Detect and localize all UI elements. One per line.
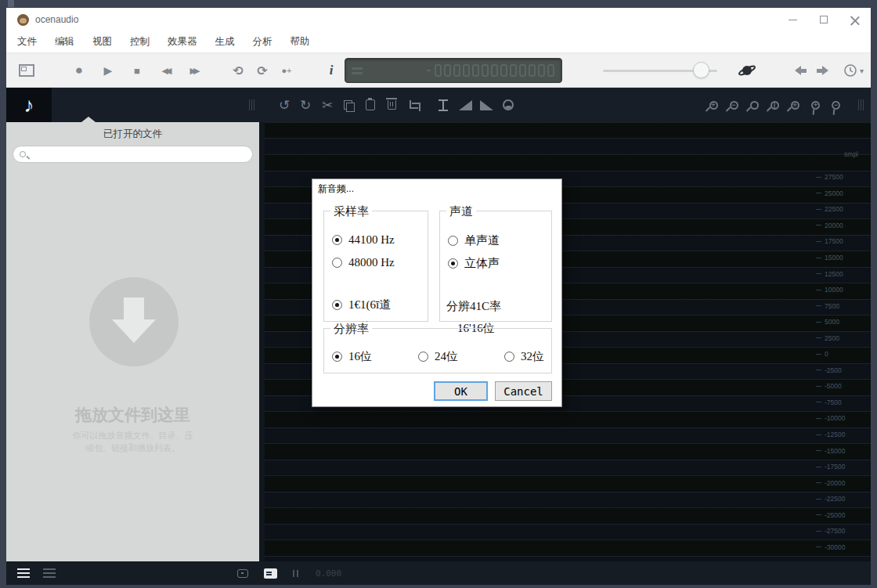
navigate-back-button[interactable] [789, 53, 811, 88]
search-input[interactable] [26, 146, 252, 162]
channel-option[interactable]: 立体声 [448, 256, 500, 271]
vertical-zoom-in-icon: + [809, 99, 821, 110]
toolbar-drag-handle-right[interactable] [858, 99, 867, 110]
menu-item[interactable]: 分析 [253, 35, 272, 49]
info-button[interactable]: i [321, 53, 341, 88]
ruler-tick-row: -27500 [816, 523, 860, 539]
ruler-label: 7500 [825, 302, 839, 310]
ruler-tick-row: -12500 [816, 427, 860, 443]
zoom-normal-button[interactable] [744, 88, 764, 122]
zoom-selection-button[interactable]: | [764, 88, 785, 122]
compact-view-button[interactable] [43, 568, 56, 578]
frame-notch [8, 0, 14, 7]
volume-knob[interactable] [693, 62, 709, 78]
sample-rate-option[interactable]: 48000 Hz [332, 256, 395, 269]
file-search-box[interactable] [13, 146, 253, 163]
audio-tab[interactable]: ♪ [6, 88, 52, 122]
glitch-option-row1[interactable]: 1€1(6ī道 [332, 298, 391, 312]
vertical-zoom-in-button[interactable]: + [805, 88, 825, 122]
paste-button[interactable] [360, 88, 381, 122]
radio-icon[interactable] [448, 258, 458, 269]
toggle-sidebar-button[interactable] [17, 53, 36, 88]
list-view-button[interactable] [17, 568, 30, 578]
radio-icon[interactable] [504, 352, 514, 362]
zoom-selection-icon: | [771, 101, 779, 110]
resolution-option[interactable]: 24位 [418, 349, 458, 364]
loop-selection-button[interactable]: ⟳ [252, 53, 272, 88]
undo-button[interactable]: ↺ [274, 88, 294, 122]
fast-forward-button[interactable]: ▶▶ [182, 53, 205, 88]
rewind-button[interactable]: ◀◀ [153, 53, 177, 88]
menu-item[interactable]: 生成 [215, 35, 235, 49]
ruler-tick-row: 15000 [816, 250, 860, 266]
fade-in-button[interactable] [455, 88, 475, 122]
radio-icon[interactable] [332, 258, 342, 268]
window-controls [777, 8, 871, 31]
zoom-out-button[interactable]: − [724, 88, 744, 122]
tick-mark [816, 531, 821, 532]
menu-item[interactable]: 效果器 [168, 35, 197, 49]
vertical-zoom-out-button[interactable]: − [825, 88, 846, 122]
delete-button[interactable] [381, 88, 402, 122]
ruler-label: -7500 [825, 399, 842, 406]
toolbar-drag-handle[interactable] [249, 99, 258, 110]
navigate-forward-button[interactable] [811, 53, 833, 88]
tick-mark [816, 273, 821, 274]
radio-icon[interactable] [448, 236, 458, 246]
resolution-option[interactable]: 32位 [504, 349, 544, 364]
record-button[interactable]: ● [69, 53, 89, 88]
play-button[interactable]: ▶ [98, 53, 118, 88]
volume-slider[interactable] [603, 53, 717, 88]
radio-icon[interactable] [332, 235, 342, 245]
stop-button[interactable]: ■ [127, 53, 147, 88]
menu-item[interactable]: 编辑 [55, 35, 74, 49]
normalize-button[interactable] [433, 88, 453, 122]
ruler-unit-label: smpl [844, 150, 858, 158]
files-sidebar: 已打开的文件 拖放文件到这里 你可以拖放音频文件、目录、压 缩包、链接和播放列表… [6, 122, 259, 561]
close-button[interactable] [839, 8, 871, 31]
list-view-icon [17, 568, 30, 578]
radio-icon[interactable] [332, 300, 342, 310]
fade-out-button[interactable] [476, 88, 496, 122]
cut-button[interactable]: ✂ [317, 88, 337, 122]
resolution-label: 分辨率 [330, 322, 372, 337]
normalize-icon [438, 99, 448, 111]
loop-playback-button[interactable]: ⟲ [228, 53, 248, 88]
lcd-digit-zero [444, 64, 451, 77]
maximize-button[interactable] [808, 8, 839, 31]
menu-item[interactable]: 控制 [130, 35, 150, 49]
trim-button[interactable] [402, 88, 423, 122]
cancel-button[interactable]: Cancel [495, 381, 552, 401]
ruler-tick-row: -15000 [816, 442, 860, 459]
selection-view-icon[interactable] [264, 568, 277, 579]
zoom-normal-icon [750, 101, 759, 110]
loudness-icon [503, 99, 514, 110]
vertical-bars-icon[interactable] [293, 570, 298, 577]
resolution-option[interactable]: 16位 [332, 349, 372, 364]
history-button[interactable]: ▾ [838, 53, 869, 88]
tick-mark [816, 418, 821, 419]
tick-mark [816, 482, 821, 483]
ruler-label: 0 [825, 350, 828, 358]
down-arrow-icon [124, 298, 144, 319]
loudness-button[interactable] [498, 88, 518, 122]
menu-item[interactable]: 帮助 [291, 35, 310, 49]
ok-button[interactable]: OK [434, 381, 488, 401]
menu-item[interactable]: 文件 [17, 35, 37, 49]
channel-option[interactable]: 单声道 [448, 233, 500, 248]
add-marker-button[interactable]: ●+ [276, 53, 297, 88]
menu-item[interactable]: 视图 [92, 35, 112, 49]
tick-mark [816, 209, 821, 210]
radio-icon[interactable] [418, 352, 428, 362]
option-label: 32位 [521, 349, 544, 364]
minimize-button[interactable] [777, 8, 808, 31]
remote-planet-button[interactable] [733, 53, 761, 88]
zoom-all-button[interactable]: ✳ [785, 88, 805, 122]
sample-rate-option[interactable]: 44100 Hz [332, 233, 395, 247]
copy-button[interactable] [338, 88, 359, 122]
radio-icon[interactable] [332, 352, 342, 362]
desktop-frame: ocenaudio 文件编辑视图控制效果器生成分析帮助 ● ▶ ■ ◀◀ ▶▶ … [0, 0, 877, 588]
redo-button[interactable]: ↻ [295, 88, 316, 122]
zoom-in-button[interactable]: + [703, 88, 724, 122]
link-channels-icon[interactable] [237, 569, 248, 578]
